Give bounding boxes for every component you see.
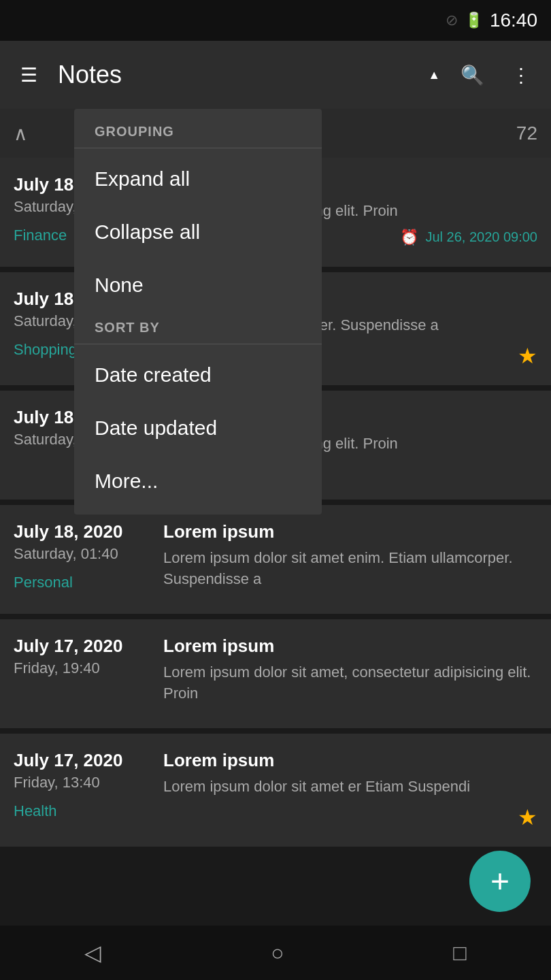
sim-icon: ⊘ (446, 12, 458, 29)
note-body-6: Lorem ipsum dolor sit amet er Etiam Susp… (163, 777, 537, 798)
note-day-5: Friday, 19:40 (14, 659, 150, 677)
dropdown-arrow-icon[interactable]: ▲ (428, 68, 440, 82)
note-date-4: July 18, 2020 (14, 521, 150, 542)
alarm-date-1: Jul 26, 2020 09:00 (425, 229, 537, 245)
note-title-5: Lorem ipsum (163, 636, 537, 657)
sort-divider (74, 344, 322, 344)
notes-count: 72 (516, 122, 537, 144)
note-title-4: Lorem ipsum (163, 521, 537, 542)
note-title-6: Lorem ipsum (163, 750, 537, 771)
hamburger-icon[interactable]: ☰ (14, 57, 44, 93)
status-time: 16:40 (490, 10, 537, 31)
back-button[interactable]: ◁ (84, 940, 101, 966)
note-date-left-5: July 17, 2020 Friday, 19:40 (14, 636, 150, 712)
more-option[interactable]: More... (74, 455, 322, 508)
note-day-4: Saturday, 01:40 (14, 545, 150, 563)
note-date-6: July 17, 2020 (14, 750, 150, 771)
note-tag-4: Personal (14, 574, 150, 591)
status-icons: ⊘ 🔋 16:40 (446, 10, 537, 31)
note-tag-6: Health (14, 802, 150, 820)
expand-all-option[interactable]: Expand all (74, 152, 322, 206)
sort-by-label: SORT BY (74, 312, 322, 340)
more-options-icon[interactable]: ⋮ (505, 57, 537, 93)
note-card-6[interactable]: July 17, 2020 Friday, 13:40 Health Lorem… (0, 734, 551, 847)
home-button[interactable]: ○ (271, 941, 284, 966)
note-content-4: Lorem ipsum Lorem ipsum dolor sit amet e… (163, 521, 537, 598)
date-updated-option[interactable]: Date updated (74, 402, 322, 455)
note-date-5: July 17, 2020 (14, 636, 150, 657)
search-icon[interactable]: 🔍 (454, 57, 491, 93)
star-icon-2: ★ (518, 343, 537, 369)
note-content-6: Lorem ipsum Lorem ipsum dolor sit amet e… (163, 750, 537, 830)
note-body-5: Lorem ipsum dolor sit amet, consectetur … (163, 662, 537, 704)
note-content-5: Lorem ipsum Lorem ipsum dolor sit amet, … (163, 636, 537, 712)
grouping-label: GROUPING (74, 116, 322, 144)
grouping-divider (74, 148, 322, 148)
recent-apps-button[interactable]: □ (453, 941, 466, 966)
date-created-option[interactable]: Date created (74, 348, 322, 402)
bottom-navigation: ◁ ○ □ (0, 926, 551, 980)
alarm-icon-1: ⏰ (400, 229, 418, 246)
status-bar: ⊘ 🔋 16:40 (0, 0, 551, 41)
top-bar: ☰ Notes ▲ 🔍 ⋮ (0, 41, 551, 109)
grouping-dropdown: GROUPING Expand all Collapse all None SO… (74, 109, 322, 514)
battery-icon: 🔋 (465, 12, 483, 29)
fab-plus-icon: + (490, 865, 510, 898)
none-option[interactable]: None (74, 259, 322, 312)
note-day-6: Friday, 13:40 (14, 774, 150, 791)
note-body-4: Lorem ipsum dolor sit amet enim. Etiam u… (163, 548, 537, 590)
note-date-left-4: July 18, 2020 Saturday, 01:40 Personal (14, 521, 150, 598)
collapse-icon[interactable]: ∧ (14, 122, 28, 145)
collapse-all-option[interactable]: Collapse all (74, 206, 322, 259)
note-card-4[interactable]: July 18, 2020 Saturday, 01:40 Personal L… (0, 505, 551, 614)
note-date-left-6: July 17, 2020 Friday, 13:40 Health (14, 750, 150, 830)
app-title: Notes (58, 61, 421, 89)
fab-add-button[interactable]: + (469, 851, 531, 912)
note-card-5[interactable]: July 17, 2020 Friday, 19:40 Lorem ipsum … (0, 619, 551, 728)
star-icon-6: ★ (518, 804, 537, 830)
